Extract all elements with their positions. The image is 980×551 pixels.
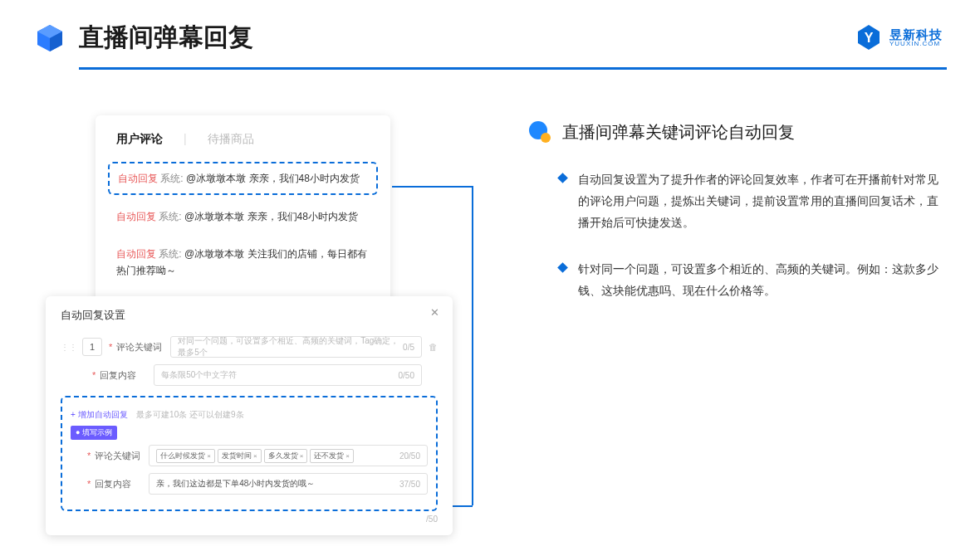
auto-reply-tag: 自动回复 xyxy=(116,248,156,260)
keyword-tag[interactable]: 还不发货× xyxy=(310,449,354,463)
cube-icon xyxy=(33,22,66,55)
close-icon[interactable]: ✕ xyxy=(430,306,439,319)
required-dot: * xyxy=(87,479,91,489)
system-label: 系统: xyxy=(156,211,184,222)
ex-content-text: 亲，我们这边都是下单48小时内发货的哦～ xyxy=(156,478,315,490)
auto-reply-tag: 自动回复 xyxy=(118,173,158,184)
mention: @冰墩墩本墩 xyxy=(186,173,249,184)
panel-title: 自动回复设置 xyxy=(61,308,438,323)
add-auto-reply-link[interactable]: + 增加自动回复 xyxy=(71,410,128,419)
tag-remove-icon[interactable]: × xyxy=(207,452,211,460)
tab-pending-products[interactable]: 待播商品 xyxy=(208,132,254,147)
ex-keyword-label: 评论关键词 xyxy=(95,450,140,462)
add-note: 最多可建10条 还可以创建9条 xyxy=(136,410,243,419)
auto-reply-settings-panel: 自动回复设置 ✕ ⋮⋮ 1 * 评论关键词 对同一个问题，可设置多个相近、高频的… xyxy=(46,296,453,535)
chat-bubble-icon xyxy=(527,119,552,144)
example-section: + 增加自动回复 最多可建10条 还可以创建9条 ● 填写示例 * 评论关键词 … xyxy=(61,396,438,511)
keyword-label: 评论关键词 xyxy=(116,341,162,354)
counter: 37/50 xyxy=(399,480,420,489)
tab-divider: | xyxy=(184,132,187,147)
bullet-text: 自动回复设置为了提升作者的评论回复效率，作者可在开播前针对常见的评论用户问题，提… xyxy=(578,169,947,234)
tab-user-comments[interactable]: 用户评论 xyxy=(116,132,163,147)
keyword-tag[interactable]: 什么时候发货× xyxy=(156,449,215,463)
brand-icon: Y xyxy=(855,23,883,51)
ex-content-label: 回复内容 xyxy=(95,478,131,490)
footer-counter: /50 xyxy=(61,514,438,524)
required-dot: * xyxy=(92,370,96,380)
system-label: 系统: xyxy=(156,248,184,260)
keyword-input[interactable]: 对同一个问题，可设置多个相近、高频的关键词，Tag确定，最多5个 0/5 xyxy=(170,336,422,358)
comment-panel: 用户评论 | 待播商品 自动回复 系统: @冰墩墩本墩 亲亲，我们48小时内发货… xyxy=(96,115,390,310)
tag-remove-icon[interactable]: × xyxy=(300,452,304,460)
keyword-tag[interactable]: 发货时间× xyxy=(218,449,262,463)
keyword-tag[interactable]: 多久发货× xyxy=(264,449,308,463)
brand-name-en: YUUXIN.COM xyxy=(889,41,943,47)
bullet-diamond-icon xyxy=(557,173,568,183)
system-label: 系统: xyxy=(158,173,186,184)
brand-logo-area: Y 昱新科技 YUUXIN.COM xyxy=(855,23,943,51)
content-input[interactable]: 每条限50个中文字符 0/50 xyxy=(154,364,422,386)
comment-body: 亲亲，我们48小时内发货 xyxy=(247,211,358,222)
row-number: 1 xyxy=(82,338,102,356)
page-title: 直播间弹幕回复 xyxy=(79,21,253,55)
counter: 0/5 xyxy=(403,343,414,352)
required-dot: * xyxy=(87,451,91,461)
ex-content-input[interactable]: 亲，我们这边都是下单48小时内发货的哦～ 37/50 xyxy=(149,473,428,495)
auto-reply-tag: 自动回复 xyxy=(116,211,156,222)
mention: @冰墩墩本墩 xyxy=(184,248,247,260)
example-badge: ● 填写示例 xyxy=(71,426,117,440)
drag-handle-icon[interactable]: ⋮⋮ xyxy=(61,343,77,352)
mention: @冰墩墩本墩 xyxy=(184,211,247,222)
brand-name-cn: 昱新科技 xyxy=(889,28,943,41)
connector-line xyxy=(453,505,473,507)
connector-line xyxy=(392,186,473,188)
section-title: 直播间弹幕关键词评论自动回复 xyxy=(562,121,795,144)
placeholder-text: 每条限50个中文字符 xyxy=(161,369,237,381)
tag-remove-icon[interactable]: × xyxy=(345,452,350,460)
placeholder-text: 对同一个问题，可设置多个相近、高频的关键词，Tag确定，最多5个 xyxy=(178,335,403,358)
delete-icon[interactable]: 🗑 xyxy=(429,342,438,352)
ex-keyword-input[interactable]: 什么时候发货×发货时间×多久发货×还不发货× 20/50 xyxy=(149,445,428,466)
comment-row: 自动回复 系统: @冰墩墩本墩 关注我们的店铺，每日都有热门推荐呦～ xyxy=(116,239,370,286)
bullet-text: 针对同一个问题，可设置多个相近的、高频的关键词。例如：这款多少钱、这块能优惠吗、… xyxy=(578,259,947,302)
required-dot: * xyxy=(109,342,112,352)
counter: 20/50 xyxy=(399,451,420,461)
svg-text:Y: Y xyxy=(865,31,874,45)
counter: 0/50 xyxy=(399,371,414,380)
svg-point-5 xyxy=(541,133,551,143)
content-label: 回复内容 xyxy=(100,369,136,382)
comment-body: 亲亲，我们48小时内发货 xyxy=(249,173,360,184)
bullet-diamond-icon xyxy=(557,262,568,273)
comment-row-highlighted: 自动回复 系统: @冰墩墩本墩 亲亲，我们48小时内发货 xyxy=(108,162,378,195)
comment-row: 自动回复 系统: @冰墩墩本墩 亲亲，我们48小时内发货 xyxy=(116,202,370,232)
tag-remove-icon[interactable]: × xyxy=(253,452,257,460)
